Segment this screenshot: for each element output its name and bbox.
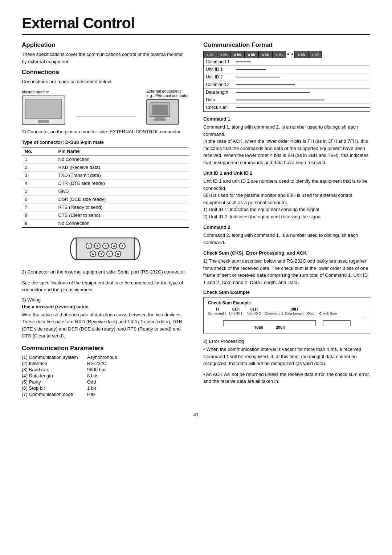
format-row: Unit ID 1 (204, 66, 370, 73)
svg-text:2: 2 (96, 244, 98, 248)
format-row: Data length (204, 89, 370, 96)
cp-label: (2) Interface (22, 360, 87, 366)
bit-box-3: 8 bit (231, 51, 245, 58)
table-row: 3TXD (Transmit data) (22, 171, 189, 179)
table-cell: 9 (22, 219, 56, 228)
bit-box-2: 8 bit (217, 51, 231, 58)
connection-note3: See the specifications of the equipment … (22, 279, 189, 293)
cs-col-6: Data (304, 307, 318, 315)
format-row: Data (204, 96, 370, 104)
cp-label: (5) Parity (22, 379, 87, 385)
connection-note2: 2) Connector on the external equipment s… (22, 268, 189, 276)
computer-svg (148, 101, 177, 123)
format-row-label: Check sum (204, 104, 236, 111)
comm-format-title: Communication Format (203, 41, 370, 49)
table-cell: No Connection (56, 155, 189, 163)
svg-text:3: 3 (105, 244, 106, 248)
right-column: Communication Format 8 bit 8 bit 8 bit 8… (203, 41, 370, 401)
svg-text:8: 8 (109, 252, 110, 256)
table-cell: 2 (22, 163, 56, 171)
table-cell: 7 (22, 203, 56, 211)
top-divider (22, 34, 370, 35)
cs-val-5: 08H (291, 307, 298, 311)
format-row-label: Command 1 (204, 58, 236, 65)
plasma-monitor-device: plasma monitor (22, 90, 65, 125)
table-row: 1No Connection (22, 155, 189, 163)
svg-text:9: 9 (117, 252, 119, 256)
error-processing-label: 2) Error Processing (203, 339, 370, 344)
command2-title: Command 2 (203, 224, 370, 230)
application-title: Application (22, 41, 189, 49)
unit-id-title: Unit ID 1 and Unit ID 2 (203, 170, 370, 176)
wiring-cable-label: Use a crossed (reverse) cable. (22, 304, 189, 309)
table-header-pinname: Pin Name (56, 147, 189, 155)
connector-shape: 1 2 3 4 5 6 7 8 9 (69, 234, 142, 263)
plasma-tv-icon (22, 96, 65, 125)
wiring-label: 3) Wiring (22, 297, 189, 303)
cp-label: (4) Data length (22, 373, 87, 379)
table-cell: TXD (Transmit data) (56, 171, 189, 179)
table-header-no: No. (22, 147, 56, 155)
cs-col-7: Check Sum (318, 307, 338, 315)
table-row: 6DSR (DCE side ready) (22, 195, 189, 203)
table-row: 8CTS (Clear to send) (22, 211, 189, 219)
bit-header: 8 bit 8 bit 8 bit 8 bit 8 bit 8 bit • • … (203, 51, 370, 58)
table-row: 9No Connection (22, 219, 189, 228)
cs-val-3: 01H (250, 307, 258, 311)
cs-val-7 (327, 307, 328, 311)
format-row-label: Data length (204, 89, 236, 96)
format-row: Command 2 (204, 81, 370, 89)
bit-box-5: 8 bit (258, 51, 272, 58)
table-row: 7RTS (Ready to send) (22, 203, 189, 211)
table-cell: RXD (Receive data) (56, 163, 189, 171)
svg-text:Total: Total (254, 325, 263, 329)
format-row-bar (236, 104, 370, 111)
error-body2: • An ACK will not be returned unless the… (203, 371, 370, 385)
cs-col-1: H Command 1 (208, 307, 227, 315)
comm-params-table: (1) Communication systemAsynchronous(2) … (22, 354, 189, 397)
left-column: Application These specifications cover t… (22, 41, 189, 401)
dsub-connector-svg: 1 2 3 4 5 6 7 8 9 (69, 234, 142, 263)
format-row: Unit ID 2 (204, 73, 370, 81)
cs-col-5: 08H Data Length (285, 307, 304, 315)
checksum-title: Check Sum (CKS), Error Processing, and A… (203, 250, 370, 256)
format-row-bar (236, 73, 370, 81)
cp-label: (7) Communication code (22, 391, 87, 397)
cs-label-2: Unit ID 1 (229, 311, 242, 315)
page-title: External Control (22, 15, 370, 32)
format-rows: Command 1Unit ID 1Unit ID 2Command 2Data… (203, 58, 370, 112)
cp-label: (3) Baud rate (22, 366, 87, 373)
bit-box-8: 8 bit (308, 51, 322, 58)
svg-rect-2 (155, 117, 164, 119)
table-cell: DTR (DTE side ready) (56, 179, 189, 187)
command1-body: Command 1, along with command 2, is a nu… (203, 123, 370, 166)
table-row: 5GND (22, 187, 189, 195)
checksum-body1: 1) The check sum described below and RS-… (203, 258, 370, 286)
connector-type-title: Type of connector: D-Sub 9-pin male (22, 139, 189, 145)
format-row-bar (236, 66, 370, 73)
bit-box-6: 8 bit (272, 51, 286, 58)
format-row-bar (236, 96, 370, 104)
connections-title: Connections (22, 69, 189, 76)
svg-text:4: 4 (113, 244, 115, 248)
cs-col-2: 01H Unit ID 1 (227, 307, 245, 315)
table-cell: 3 (22, 171, 56, 179)
bit-dot-2: • (290, 51, 295, 58)
format-row-label: Unit ID 2 (204, 73, 236, 81)
format-row-bar (236, 81, 370, 88)
cs-val-2: 01H (232, 307, 240, 311)
cp-value: Odd (87, 379, 189, 385)
format-row-label: Command 2 (204, 81, 236, 88)
external-equipment-device: External equipment e.g., Personal comput… (146, 89, 189, 125)
comm-params-title: Communication Parameters (22, 345, 189, 352)
cs-col-4: Command 2 (263, 307, 285, 315)
bit-dot-1: • (286, 51, 290, 58)
cp-label: (1) Communication system (22, 354, 87, 360)
cs-val-4 (273, 307, 274, 311)
format-row-label: Unit ID 1 (204, 66, 236, 73)
tv-stand (38, 120, 49, 123)
connection-line (76, 117, 135, 117)
table-row: 2RXD (Receive data) (22, 163, 189, 171)
format-row-label: Data (204, 96, 236, 104)
connector-diagram: 1 2 3 4 5 6 7 8 9 (22, 234, 189, 263)
